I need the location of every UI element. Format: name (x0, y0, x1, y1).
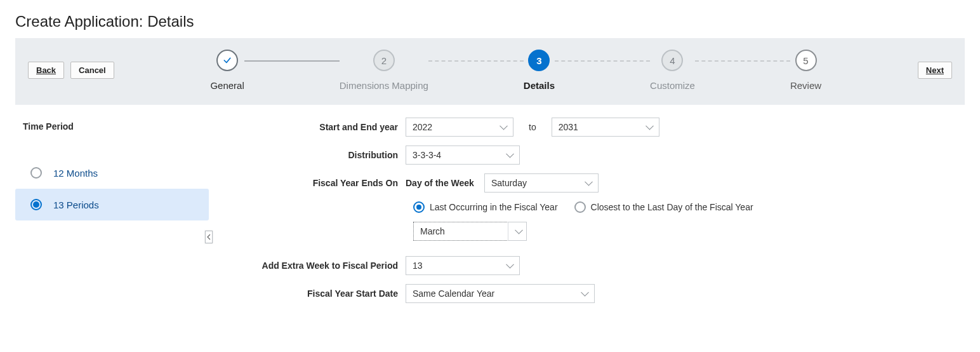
step-circle-5: 5 (795, 50, 817, 71)
fye-option-last[interactable]: Last Occurring in the Fiscal Year (413, 201, 558, 213)
wizard-bar: Back Cancel General 2 Dimensions Mapping… (15, 38, 965, 105)
wizard-right-buttons: Next (918, 62, 952, 79)
period-option-13-periods[interactable]: 13 Periods (15, 189, 209, 220)
label-extra-week: Add Extra Week to Fiscal Period (260, 261, 406, 271)
time-period-options: 12 Months 13 Periods (15, 157, 209, 220)
check-icon (222, 56, 233, 65)
fye-option-closest[interactable]: Closest to the Last Day of the Fiscal Ye… (574, 201, 753, 213)
step-connector-3 (555, 60, 650, 62)
fye-month-select[interactable]: March (413, 222, 508, 241)
fye-option-closest-label: Closest to the Last Day of the Fiscal Ye… (591, 202, 753, 212)
radio-icon (574, 201, 586, 213)
step-general[interactable]: General (210, 50, 244, 91)
content-area: Time Period 12 Months 13 Periods Start a… (0, 105, 980, 312)
row-fye-options: Last Occurring in the Fiscal Year Closes… (413, 201, 965, 213)
label-fiscal-year-start: Fiscal Year Start Date (260, 288, 406, 299)
collapse-panel-handle[interactable] (205, 231, 213, 243)
extra-week-select[interactable]: 13 (406, 256, 520, 275)
step-circle-2: 2 (373, 50, 395, 71)
step-circle-3: 3 (528, 50, 550, 71)
step-label-2: Dimensions Mapping (340, 80, 428, 91)
row-fye-month: March (413, 222, 965, 241)
step-label-4: Customize (650, 80, 695, 91)
wizard-steps: General 2 Dimensions Mapping 3 Details 4… (140, 50, 892, 91)
end-year-select[interactable]: 2031 (552, 118, 659, 137)
next-label: Next (926, 65, 944, 75)
extra-week-value: 13 (413, 261, 423, 271)
step-customize[interactable]: 4 Customize (650, 50, 695, 91)
to-text: to (529, 122, 536, 132)
fye-month-value: March (420, 226, 445, 236)
cancel-label: Cancel (79, 65, 106, 75)
row-distribution: Distribution 3-3-3-4 (260, 146, 965, 165)
step-details[interactable]: 3 Details (524, 50, 555, 91)
cancel-button[interactable]: Cancel (70, 62, 114, 79)
side-column: Time Period 12 Months 13 Periods (15, 118, 209, 312)
fiscal-year-start-value: Same Calendar Year (413, 288, 494, 299)
day-of-week-select[interactable]: Saturday (484, 173, 599, 193)
step-review[interactable]: 5 Review (790, 50, 821, 91)
step-circle-1 (216, 50, 238, 71)
start-year-value: 2022 (413, 122, 432, 132)
back-button[interactable]: Back (28, 62, 64, 79)
chevron-left-icon (207, 234, 211, 240)
label-fiscal-year-ends-on: Fiscal Year Ends On (260, 178, 406, 188)
radio-icon (30, 199, 42, 210)
fiscal-year-start-select[interactable]: Same Calendar Year (406, 284, 595, 303)
end-year-value: 2031 (559, 122, 578, 132)
distribution-value: 3-3-3-4 (413, 150, 441, 160)
day-of-week-value: Saturday (491, 178, 527, 188)
chevron-down-icon (508, 222, 527, 241)
next-button[interactable]: Next (918, 62, 952, 79)
page-title: Create Application: Details (15, 13, 980, 30)
row-start-end-year: Start and End year 2022 to 2031 (260, 118, 965, 137)
radio-icon (30, 167, 42, 179)
section-heading-time-period: Time Period (23, 121, 209, 132)
step-connector-1 (244, 60, 340, 62)
step-label-5: Review (790, 80, 821, 91)
row-extra-week: Add Extra Week to Fiscal Period 13 (260, 256, 965, 275)
period-option-12-months[interactable]: 12 Months (15, 157, 209, 189)
form-column: Start and End year 2022 to 2031 Distribu… (209, 118, 965, 312)
step-circle-4: 4 (661, 50, 683, 71)
step-label-1: General (210, 80, 244, 91)
step-connector-4 (695, 60, 790, 62)
row-fiscal-year-start: Fiscal Year Start Date Same Calendar Yea… (260, 284, 965, 303)
radio-icon (413, 201, 425, 213)
label-day-of-week: Day of the Week (406, 178, 474, 188)
back-label: Back (36, 65, 56, 75)
wizard-left-buttons: Back Cancel (28, 62, 114, 79)
period-option-label: 12 Months (53, 168, 98, 179)
row-fiscal-year-ends-on: Fiscal Year Ends On Day of the Week Satu… (260, 173, 965, 193)
label-start-end-year: Start and End year (260, 122, 406, 132)
period-option-label: 13 Periods (53, 200, 99, 210)
step-label-3: Details (524, 80, 555, 91)
fye-option-last-label: Last Occurring in the Fiscal Year (430, 202, 558, 212)
step-dimensions[interactable]: 2 Dimensions Mapping (340, 50, 428, 91)
start-year-select[interactable]: 2022 (406, 118, 513, 137)
label-distribution: Distribution (260, 150, 406, 160)
distribution-select[interactable]: 3-3-3-4 (406, 146, 520, 165)
step-connector-2 (428, 60, 524, 62)
